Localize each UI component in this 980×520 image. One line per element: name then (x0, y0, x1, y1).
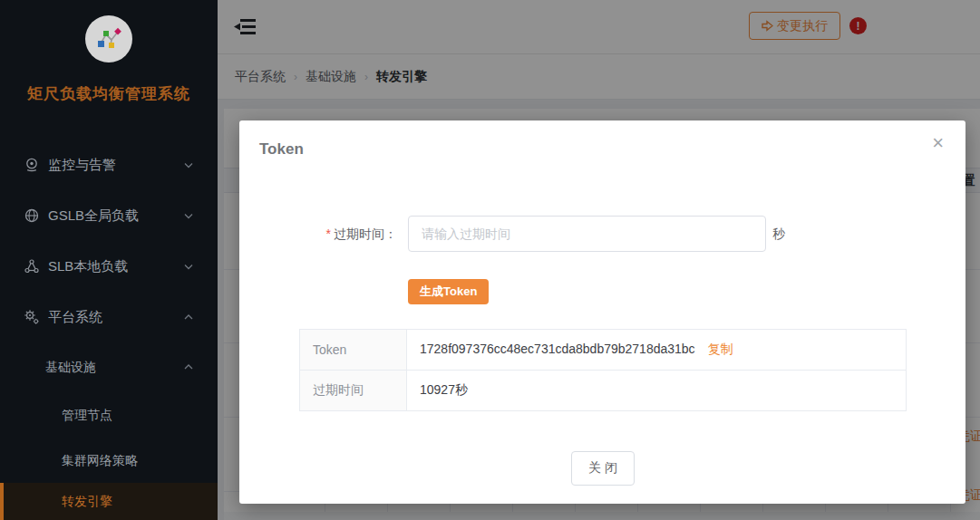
chevron-up-icon (183, 310, 194, 325)
token-row-label: Token (300, 330, 407, 371)
chevron-down-icon (183, 158, 194, 173)
screen: 变更执行 ! 平台系统 › 基础设施 › 转发引擎 置 (0, 0, 980, 520)
close-dialog-button[interactable]: 关 闭 (571, 451, 635, 486)
sidebar-item-monitoring[interactable]: 监控与告警 (0, 147, 218, 183)
expire-row-label: 过期时间 (300, 371, 407, 411)
app-logo (85, 15, 132, 63)
generate-token-button[interactable]: 生成Token (408, 279, 489, 304)
sidebar: 矩尺负载均衡管理系统 监控与告警 GSLB全局负载 SLB本地负载 (0, 0, 218, 520)
monitor-icon (24, 157, 40, 173)
logo-graph-icon (93, 24, 124, 54)
sidebar-item-label: 平台系统 (48, 309, 102, 326)
sidebar-item-manage-nodes[interactable]: 管理节点 (0, 398, 218, 434)
globe-icon (24, 207, 40, 224)
sidebar-item-label: 管理节点 (62, 408, 112, 424)
expire-time-input[interactable] (408, 216, 766, 252)
expire-row-value: 10927秒 (407, 371, 907, 411)
sidebar-item-forward-engine[interactable]: 转发引擎 (0, 483, 218, 520)
required-mark: * (326, 226, 331, 241)
sidebar-item-slb[interactable]: SLB本地负载 (0, 248, 218, 284)
chevron-down-icon (183, 208, 194, 224)
table-row: Token 1728f097376cc48ec731cda8bdb79b2718… (300, 330, 907, 371)
chevron-down-icon (183, 259, 194, 274)
table-row: 过期时间 10927秒 (300, 371, 907, 411)
token-row-value: 1728f097376cc48ec731cda8bdb79b2718da31bc… (407, 330, 907, 371)
gears-icon (24, 309, 40, 325)
token-result-table: Token 1728f097376cc48ec731cda8bdb79b2718… (299, 329, 907, 411)
dialog-title: Token (259, 140, 304, 159)
sidebar-item-label: SLB本地负载 (48, 258, 128, 275)
sidebar-item-label: 监控与告警 (48, 157, 116, 174)
sidebar-item-gslb[interactable]: GSLB全局负载 (0, 197, 218, 234)
sidebar-item-label: 集群网络策略 (62, 453, 138, 469)
expire-time-label: *过期时间： (239, 216, 397, 252)
sidebar-item-platform[interactable]: 平台系统 (0, 299, 218, 335)
close-icon[interactable]: × (932, 133, 944, 153)
token-value: 1728f097376cc48ec731cda8bdb79b2718da31bc (420, 342, 695, 356)
sidebar-item-label: 基础设施 (45, 360, 96, 376)
sidebar-item-label: 转发引擎 (62, 494, 112, 510)
app-title: 矩尺负载均衡管理系统 (0, 83, 218, 104)
sidebar-item-label: GSLB全局负载 (48, 207, 139, 225)
chevron-up-icon (183, 361, 194, 375)
sidebar-item-cluster-network-policy[interactable]: 集群网络策略 (0, 443, 218, 479)
token-dialog: Token × *过期时间： 秒 生成Token Token 1728f0973… (239, 120, 965, 504)
copy-link[interactable]: 复制 (708, 342, 733, 356)
unit-label: 秒 (772, 216, 785, 252)
share-network-icon (24, 258, 40, 274)
sidebar-item-infrastructure[interactable]: 基础设施 (0, 350, 218, 386)
